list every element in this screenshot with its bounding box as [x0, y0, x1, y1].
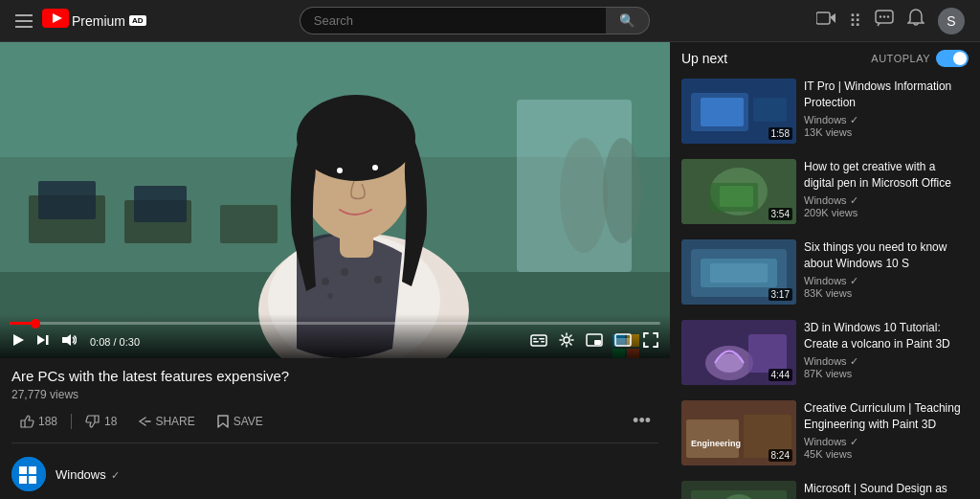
thumbnail-1: 1:58 [681, 79, 796, 144]
list-item[interactable]: Engineering 8:24 Creative Curriculum | T… [678, 397, 972, 469]
svg-point-5 [880, 15, 881, 17]
time-display: 0:08 / 0:30 [90, 336, 140, 348]
thumbnail-5: Engineering 8:24 [681, 400, 796, 465]
sidebar-views-4: 87K views [804, 368, 969, 379]
sidebar-channel-4: Windows ✓ [804, 355, 969, 368]
miniplayer-button[interactable] [584, 331, 605, 352]
svg-rect-47 [594, 340, 601, 345]
svg-marker-36 [13, 334, 24, 346]
autoplay-label: AUTOPLAY [871, 53, 930, 64]
svg-point-29 [341, 268, 348, 276]
list-item[interactable]: 3:17 Six things you need to know about W… [678, 236, 972, 308]
fullscreen-button[interactable] [641, 330, 660, 352]
svg-point-31 [327, 293, 333, 299]
more-actions-button[interactable]: ••• [625, 407, 658, 435]
sidebar-info-4: 3D in Windows 10 Tutorial: Create a volc… [804, 320, 969, 385]
header-right: ⠿ S [816, 8, 965, 34]
play-button[interactable] [10, 331, 27, 352]
sidebar-views-1: 13K views [804, 126, 969, 138]
list-item[interactable]: 4:44 3D in Windows 10 Tutorial: Create a… [678, 316, 972, 389]
svg-rect-15 [220, 205, 278, 243]
autoplay-toggle[interactable] [936, 50, 969, 67]
svg-point-18 [603, 138, 641, 243]
duration-5: 8:24 [768, 449, 792, 462]
header-left: Premium AD [15, 9, 146, 33]
up-next-header: Up next AUTOPLAY [678, 42, 972, 75]
settings-button[interactable] [557, 330, 576, 352]
apps-icon[interactable]: ⠿ [849, 11, 861, 32]
sidebar-info-3: Six things you need to know about Window… [804, 239, 969, 305]
like-count: 188 [38, 415, 57, 428]
save-label: SAVE [234, 415, 263, 428]
video-player[interactable]: 0:08 / 0:30 [0, 42, 670, 358]
like-button[interactable]: 188 [11, 410, 65, 433]
upload-icon[interactable] [816, 11, 835, 31]
svg-rect-52 [29, 466, 36, 474]
thumbnail-6: Sound [681, 481, 796, 499]
progress-fill [10, 322, 35, 325]
sidebar-views-3: 83K views [804, 287, 969, 299]
video-section: 0:08 / 0:30 [0, 42, 670, 499]
user-avatar[interactable]: S [938, 8, 965, 34]
progress-bar[interactable] [10, 322, 660, 325]
theater-button[interactable] [612, 331, 634, 352]
svg-rect-62 [720, 186, 753, 207]
sidebar-info-2: How to get creative with a digital pen i… [804, 159, 969, 224]
svg-rect-54 [29, 476, 36, 484]
sidebar-channel-3: Windows ✓ [804, 275, 969, 287]
list-item[interactable]: 3:54 How to get creative with a digital … [678, 155, 972, 228]
channel-avatar[interactable] [11, 457, 46, 491]
sidebar-info-1: IT Pro | Windows Information Protection … [804, 79, 969, 144]
svg-point-27 [372, 165, 378, 170]
skip-button[interactable] [34, 331, 52, 352]
list-item[interactable]: Sound Microsoft | Sound Design as Sensor… [678, 477, 972, 499]
svg-rect-40 [531, 335, 546, 346]
svg-point-30 [374, 276, 382, 284]
video-controls: 0:08 / 0:30 [0, 314, 670, 358]
channel-info: Windows ✓ [56, 467, 120, 482]
svg-point-7 [887, 15, 889, 17]
main-layout: 0:08 / 0:30 [0, 42, 980, 499]
list-item[interactable]: 1:58 IT Pro | Windows Information Protec… [678, 75, 972, 147]
sidebar-title-3: Six things you need to know about Window… [804, 239, 969, 272]
dislike-count: 18 [104, 415, 117, 428]
svg-rect-49 [615, 338, 631, 346]
sidebar-info-5: Creative Curriculum | Teaching Engineeri… [804, 400, 969, 465]
search-button[interactable]: 🔍 [606, 7, 650, 34]
up-next-label: Up next [681, 51, 727, 66]
svg-rect-41 [533, 338, 537, 340]
sidebar-channel-2: Windows ✓ [804, 194, 969, 207]
channel-name[interactable]: Windows [56, 467, 106, 482]
search-icon: 🔍 [619, 13, 635, 28]
duration-2: 3:54 [768, 208, 792, 220]
notifications-icon[interactable] [907, 9, 924, 33]
chat-icon[interactable] [875, 10, 894, 32]
share-label: SHARE [155, 415, 194, 428]
video-views: 27,779 views [11, 388, 658, 401]
channel-row: Windows ✓ [0, 449, 670, 499]
search-bar: 🔍 [300, 7, 663, 34]
svg-marker-39 [62, 334, 71, 346]
dislike-button[interactable]: 18 [78, 410, 124, 433]
svg-point-6 [883, 15, 885, 17]
svg-point-17 [560, 138, 608, 253]
share-button[interactable]: SHARE [130, 411, 202, 432]
sidebar-title-5: Creative Curriculum | Teaching Engineeri… [804, 400, 969, 433]
search-input[interactable] [300, 7, 606, 34]
thumbnail-2: 3:54 [681, 159, 796, 224]
svg-rect-58 [753, 98, 787, 122]
svg-rect-53 [19, 476, 27, 484]
menu-button[interactable] [15, 14, 33, 28]
logo-text: Premium [72, 13, 125, 29]
sidebar-title-2: How to get creative with a digital pen i… [804, 159, 969, 192]
youtube-icon [42, 9, 69, 33]
captions-button[interactable] [528, 332, 549, 352]
sidebar: Up next AUTOPLAY 1:58 IT Pro | Win [670, 42, 980, 499]
volume-button[interactable] [59, 331, 78, 352]
sidebar-channel-1: Windows ✓ [804, 114, 969, 126]
logo-area[interactable]: Premium AD [42, 9, 146, 33]
svg-marker-3 [830, 13, 835, 23]
save-button[interactable]: SAVE [209, 411, 271, 432]
svg-rect-70 [748, 334, 787, 373]
svg-point-26 [337, 168, 343, 173]
